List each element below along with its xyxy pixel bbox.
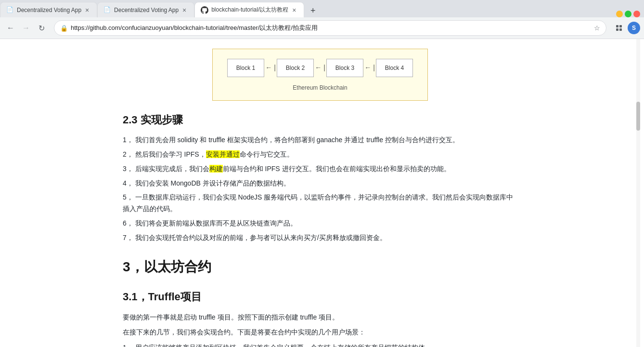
nav-bar: ← → ↻ 🔒 https://github.com/confucianzuoy… — [0, 17, 644, 39]
svg-rect-0 — [616, 25, 618, 27]
arrow-2: ← — [314, 62, 322, 74]
list-item-2: 2， 然后我们会学习 IPFS，安装并通过命令行与它交互。 — [123, 149, 517, 160]
section-31-para2: 在接下来的几节，我们将会实现合约。下面是将要在合约中实现的几个用户场景： — [123, 327, 517, 338]
block-2: Block 2 — [277, 59, 314, 77]
list-text-5: 一旦数据库启动运行，我们会实现 NodeJS 服务端代码，以监听合约事件，并记录… — [123, 193, 513, 213]
page-content: Block 1 ← | Block 2 ← | Block 3 ← | Bloc… — [103, 39, 537, 347]
blocks-row: Block 1 ← | Block 2 ← | Block 3 ← | Bloc… — [227, 59, 413, 77]
section-31-para1: 要做的第一件事就是启动 truffle 项目。按照下面的指示创建 truffle… — [123, 312, 517, 323]
section-23-title: 2.3 实现步骤 — [123, 111, 517, 129]
list-num-3: 3， — [123, 165, 133, 173]
tab-3-close[interactable]: × — [290, 6, 298, 14]
list-text-1: 我们首先会用 solidity 和 truffle 框架实现合约，将合约部署到 … — [135, 136, 459, 144]
section-31-title: 3.1，Truffle项目 — [123, 288, 517, 306]
tab-2-close[interactable]: × — [180, 6, 188, 14]
tab-1-close[interactable]: × — [83, 6, 91, 14]
tab-3-favicon — [201, 6, 208, 14]
close-button[interactable] — [633, 11, 640, 17]
tab-bar: 📄 Decentralized Voting App × 📄 Decentral… — [0, 0, 644, 17]
tab-2-label: Decentralized Voting App — [114, 7, 179, 13]
extensions-button[interactable] — [612, 21, 626, 35]
list-text-2a: 然后我们会学习 IPFS， — [135, 150, 206, 158]
address-bar[interactable]: 🔒 https://github.com/confucianzuoyuan/bl… — [54, 20, 606, 36]
arrow-3b: | — [372, 62, 376, 74]
user-avatar[interactable]: S — [628, 22, 640, 34]
diagram-label: Ethereum Blockchain — [293, 83, 347, 93]
svg-rect-3 — [619, 28, 622, 31]
tab-1-label: Decentralized Voting App — [17, 7, 81, 13]
back-button[interactable]: ← — [4, 21, 17, 35]
block-1: Block 1 — [227, 59, 264, 77]
browser-chrome: 📄 Decentralized Voting App × 📄 Decentral… — [0, 0, 644, 39]
list-num-6: 6， — [123, 219, 133, 227]
section-31-list-item-1: 1， 用户应该能够将产品添加到区块链。我们首先会定义想要一个在链上存储的所有产品… — [123, 342, 517, 347]
tab-3[interactable]: blockchain-tutorial/以太坊教程 × — [194, 2, 304, 17]
list-text-2b: 命令行与它交互。 — [240, 150, 294, 158]
restore-button[interactable] — [625, 11, 631, 17]
tab-1[interactable]: 📄 Decentralized Voting App × — [0, 2, 97, 17]
list-text-3: 后端实现完成后，我们会构建前端与合约和 IPFS 进行交互。我们也会在前端实现出… — [135, 165, 451, 173]
address-text: https://github.com/confucianzuoyuan/bloc… — [71, 24, 591, 32]
tab-1-favicon: 📄 — [6, 6, 14, 14]
minimize-button[interactable] — [616, 11, 623, 17]
list-item-7: 7， 我们会实现托管合约以及对应的前端，参与者可以从来向买方/买房释放或撤回资金… — [123, 232, 517, 244]
section-31-num-1: 1， — [123, 344, 133, 347]
list-item-1: 1， 我们首先会用 solidity 和 truffle 框架实现合约，将合约部… — [123, 134, 517, 146]
list-num-7: 7， — [123, 234, 133, 241]
list-num-5: 5， — [123, 193, 133, 201]
list-text-6: 我们将会更新前端从数据库而不是从区块链查询产品。 — [135, 219, 297, 227]
list-item-3: 3， 后端实现完成后，我们会构建前端与合约和 IPFS 进行交互。我们也会在前端… — [123, 163, 517, 175]
tab-3-label: blockchain-tutorial/以太坊教程 — [211, 6, 288, 14]
tab-2[interactable]: 📄 Decentralized Voting App × — [97, 2, 194, 17]
list-item-6: 6， 我们将会更新前端从数据库而不是从区块链查询产品。 — [123, 218, 517, 229]
block-3: Block 3 — [326, 59, 363, 77]
list-num-1: 1， — [123, 136, 133, 144]
arrow-1: ← — [264, 62, 273, 74]
bookmark-icon[interactable]: ☆ — [594, 24, 600, 32]
list-item-5: 5， 一旦数据库启动运行，我们会实现 NodeJS 服务端代码，以监听合约事件，… — [123, 192, 517, 215]
article-body: Block 1 ← | Block 2 ← | Block 3 ← | Bloc… — [123, 39, 517, 347]
list-text-4: 我们会安装 MongoDB 并设计存储产品的数据结构。 — [135, 179, 290, 187]
scrollbar[interactable] — [636, 39, 640, 347]
forward-button[interactable]: → — [19, 21, 33, 35]
new-tab-button[interactable]: + — [306, 4, 320, 17]
arrow-3: ← — [363, 62, 372, 74]
list-num-2: 2， — [123, 150, 133, 158]
highlight-3: 构建 — [209, 165, 223, 173]
list-item-4: 4， 我们会安装 MongoDB 并设计存储产品的数据结构。 — [123, 178, 517, 189]
scrollbar-thumb[interactable] — [636, 102, 640, 131]
blockchain-diagram: Block 1 ← | Block 2 ← | Block 3 ← | Bloc… — [123, 44, 517, 103]
diagram-container: Block 1 ← | Block 2 ← | Block 3 ← | Bloc… — [212, 49, 428, 101]
list-text-7: 我们会实现托管合约以及对应的前端，参与者可以从来向买方/买房释放或撤回资金。 — [135, 234, 386, 241]
reload-button[interactable]: ↻ — [35, 21, 48, 35]
content-area: Block 1 ← | Block 2 ← | Block 3 ← | Bloc… — [0, 39, 640, 347]
list-num-4: 4， — [123, 179, 133, 187]
lock-icon: 🔒 — [60, 25, 68, 32]
arrow-1b: | — [273, 62, 277, 74]
tab-2-favicon: 📄 — [103, 6, 111, 14]
arrow-2b: | — [322, 62, 326, 74]
svg-rect-2 — [616, 28, 618, 31]
svg-rect-1 — [619, 25, 622, 27]
list-text-2-highlight: 安装并通过 — [206, 150, 240, 158]
section-31-text-1: 用户应该能够将产品添加到区块链。我们首先会定义想要一个在链上存储的所有产品细节的… — [135, 344, 432, 347]
nav-right-icons: S — [612, 21, 640, 35]
section-3-title: 3，以太坊合约 — [123, 255, 517, 279]
block-4: Block 4 — [376, 59, 413, 77]
